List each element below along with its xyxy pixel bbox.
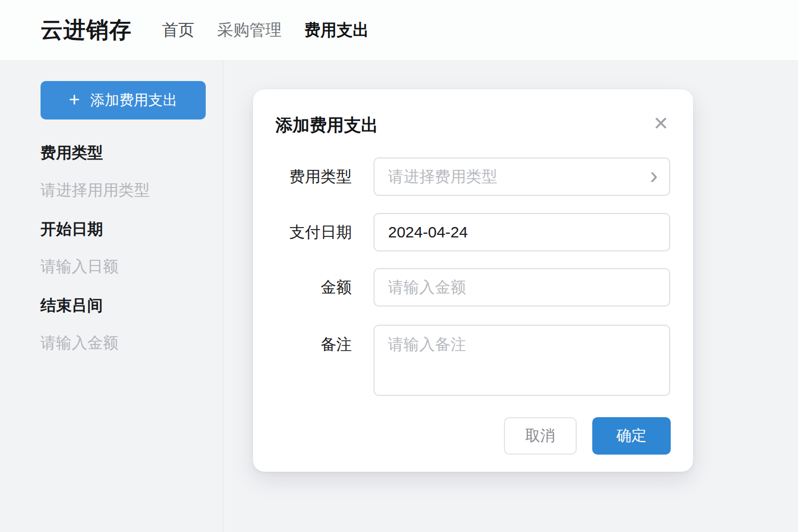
add-expense-button-label: 添加费用支出	[90, 90, 178, 110]
filter-field-end-date[interactable]: 请输入金额	[41, 334, 223, 352]
pay-date-label: 支付日期	[253, 222, 352, 243]
remark-label: 备注	[253, 334, 352, 355]
amount-input[interactable]	[374, 268, 670, 307]
expense-type-placeholder: 请进择费用类型	[388, 166, 497, 188]
main-nav: 首页 采购管理 费用支出	[162, 19, 369, 41]
chevron-right-icon: ›	[650, 163, 658, 187]
filter-label-end-date: 结束吕间	[41, 297, 223, 314]
expense-type-select[interactable]: 请进择费用类型 ›	[374, 157, 670, 196]
filter-expense-type: 费用类型 请进择用用类型	[41, 144, 223, 199]
cancel-button[interactable]: 取消	[504, 417, 577, 455]
nav-item-home[interactable]: 首页	[162, 19, 194, 41]
filter-label-expense-type: 费用类型	[41, 144, 223, 162]
amount-label: 金额	[253, 277, 352, 298]
app-window: 云进销存 首页 采购管理 费用支出 + 添加费用支出 费用类型 请进择用用类型 …	[0, 0, 798, 532]
remark-textarea[interactable]	[374, 325, 670, 396]
field-row-remark: 备注	[253, 325, 693, 396]
confirm-button[interactable]: 确定	[592, 417, 671, 455]
app-logo: 云进销存	[41, 15, 132, 45]
field-row-amount: 金额	[253, 268, 693, 307]
add-expense-button[interactable]: + 添加费用支出	[41, 81, 206, 119]
filter-end-date: 结束吕间 请输入金额	[41, 297, 223, 352]
close-icon[interactable]: ✕	[648, 111, 673, 136]
field-row-expense-type: 费用类型 请进择费用类型 ›	[253, 157, 693, 196]
filter-start-date: 开始日期 请输入日额	[41, 220, 223, 275]
top-nav: 云进销存 首页 采购管理 费用支出	[0, 0, 798, 61]
filter-label-start-date: 开始日期	[41, 220, 223, 238]
plus-icon: +	[69, 90, 79, 109]
pay-date-input[interactable]	[374, 213, 670, 251]
expense-type-label: 费用类型	[253, 166, 352, 188]
nav-item-expense[interactable]: 费用支出	[304, 19, 369, 41]
filter-field-start-date[interactable]: 请输入日额	[41, 258, 223, 275]
sidebar: + 添加费用支出 费用类型 请进择用用类型 开始日期 请输入日额 结束吕间 请输…	[0, 61, 223, 532]
nav-item-purchase[interactable]: 采购管理	[217, 19, 282, 41]
modal-title: 添加费用支出	[275, 114, 378, 137]
filter-field-expense-type[interactable]: 请进择用用类型	[41, 181, 223, 199]
add-expense-modal: 添加费用支出 ✕ 费用类型 请进择费用类型 › 支付日期 金额 备注 取消 确定	[253, 89, 693, 472]
field-row-pay-date: 支付日期	[253, 213, 693, 251]
